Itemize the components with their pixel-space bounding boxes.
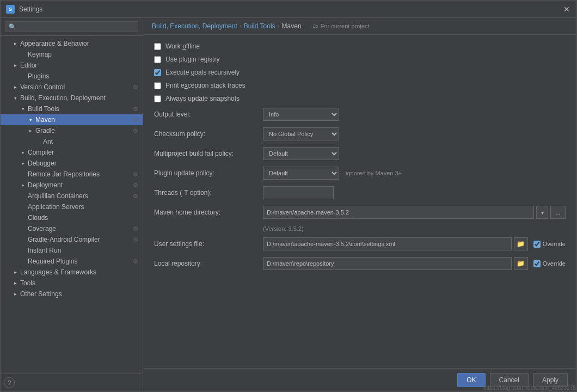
local-repo-input[interactable] <box>263 257 512 270</box>
user-settings-override-label[interactable]: Override <box>543 241 566 247</box>
maven-home-browse[interactable]: ... <box>550 206 566 219</box>
sidebar-item-label: Build, Execution, Deployment <box>20 94 106 102</box>
expand-arrow-remote <box>19 170 27 178</box>
sidebar-item-version-control[interactable]: Version Control ⚙ <box>1 82 143 93</box>
plugin-update-row: Plugin update policy: Default Force Neve… <box>154 167 566 180</box>
breadcrumb-build-tools[interactable]: Build Tools <box>244 22 275 30</box>
print-exception-checkbox[interactable] <box>154 82 161 89</box>
ok-button[interactable]: OK <box>457 373 485 387</box>
sidebar-item-gradle-android[interactable]: Gradle-Android Compiler ⚙ <box>1 234 143 245</box>
sidebar-item-deployment[interactable]: Deployment ⚙ <box>1 180 143 191</box>
sidebar-item-other-settings[interactable]: Other Settings <box>1 289 143 299</box>
sidebar-item-label: Maven <box>35 116 55 124</box>
sidebar-item-app-servers[interactable]: Application Servers <box>1 201 143 212</box>
print-exception-label[interactable]: Print exception stack traces <box>165 82 245 89</box>
sidebar-item-label: Keymap <box>28 51 52 58</box>
sidebar-item-label: Gradle-Android Compiler <box>28 236 100 243</box>
expand-arrow-ant <box>34 138 42 145</box>
sidebar-item-remote-jar[interactable]: Remote Jar Repositories ⚙ <box>1 169 143 180</box>
sidebar-item-label: Required Plugins <box>28 258 77 265</box>
sidebar-item-clouds[interactable]: Clouds <box>1 212 143 223</box>
gear-icon: ⚙ <box>133 193 138 200</box>
local-repo-browse[interactable]: 📁 <box>514 257 528 270</box>
sidebar-item-label: Build Tools <box>28 105 59 113</box>
breadcrumb-build[interactable]: Build, Execution, Deployment <box>152 22 237 30</box>
user-settings-input[interactable] <box>263 237 512 250</box>
user-settings-override-checkbox[interactable] <box>533 241 541 248</box>
expand-arrow-appearance <box>11 40 19 47</box>
threads-input[interactable] <box>263 186 334 199</box>
sidebar-item-gradle[interactable]: Gradle ⚙ <box>1 125 143 136</box>
sidebar-item-keymap[interactable]: Keymap <box>1 49 143 60</box>
main-content: Appearance & Behavior Keymap Editor Plug… <box>1 18 576 391</box>
local-repo-label: Local repository: <box>154 260 263 267</box>
sidebar-item-plugins[interactable]: Plugins <box>1 71 143 82</box>
user-settings-browse[interactable]: 📁 <box>514 237 528 250</box>
sidebar-item-build-exec[interactable]: Build, Execution, Deployment <box>1 93 143 103</box>
breadcrumb-sep-1: › <box>240 22 242 30</box>
help-button[interactable]: ? <box>4 377 15 388</box>
expand-arrow-build <box>11 94 19 102</box>
maven-home-row: Maven home directory: ▾ ... <box>154 206 566 219</box>
execute-goals-label[interactable]: Execute goals recursively <box>165 69 240 76</box>
maven-home-label: Maven home directory: <box>154 209 263 216</box>
multiproject-label: Multiproject build fail policy: <box>154 150 263 157</box>
breadcrumb-sep-2: › <box>278 22 280 30</box>
use-plugin-registry-label[interactable]: Use plugin registry <box>165 56 219 63</box>
sidebar-item-instant-run[interactable]: Instant Run <box>1 245 143 256</box>
sidebar-item-label: Coverage <box>28 225 56 232</box>
gear-icon: ⚙ <box>133 84 138 91</box>
sidebar-item-build-tools[interactable]: Build Tools ⚙ <box>1 103 143 114</box>
multiproject-control: Default Fail Fast Fail At End Never Fail <box>263 147 566 160</box>
maven-home-dropdown[interactable]: ▾ <box>536 206 548 219</box>
close-button[interactable]: ✕ <box>562 5 571 14</box>
user-settings-override-group: Override <box>533 241 566 248</box>
sidebar-item-tools[interactable]: Tools <box>1 278 143 289</box>
work-offline-label[interactable]: Work offline <box>165 42 200 50</box>
execute-goals-checkbox[interactable] <box>154 69 161 76</box>
threads-row: Threads (-T option): <box>154 186 566 199</box>
maven-home-control: ▾ ... <box>263 206 566 219</box>
sidebar-item-debugger[interactable]: Debugger <box>1 158 143 169</box>
print-exception-row: Print exception stack traces <box>154 82 566 89</box>
always-update-checkbox[interactable] <box>154 95 161 102</box>
search-box[interactable] <box>1 18 143 36</box>
output-level-select[interactable]: Info Debug Quiet <box>263 108 339 121</box>
always-update-row: Always update snapshots <box>154 95 566 102</box>
expand-arrow-tools <box>11 279 19 287</box>
gear-icon: ⚙ <box>133 117 138 124</box>
local-repo-override-checkbox[interactable] <box>533 260 541 267</box>
checksum-policy-row: Checksum policy: No Global Policy Fail W… <box>154 127 566 140</box>
plugin-update-select[interactable]: Default Force Never <box>263 167 339 180</box>
search-input[interactable] <box>5 21 138 32</box>
always-update-label[interactable]: Always update snapshots <box>165 95 240 102</box>
settings-window: S Settings ✕ Appearance & Behavior Keyma… <box>0 0 577 392</box>
for-current-label: 🗂 For current project <box>312 23 370 29</box>
sidebar-item-appearance[interactable]: Appearance & Behavior <box>1 38 143 49</box>
checksum-policy-select[interactable]: No Global Policy Fail Warn Ignore <box>263 127 339 140</box>
use-plugin-registry-row: Use plugin registry <box>154 56 566 63</box>
sidebar-item-editor[interactable]: Editor <box>1 60 143 71</box>
main-panel: Build, Execution, Deployment › Build Too… <box>143 18 576 391</box>
work-offline-checkbox[interactable] <box>154 43 161 50</box>
window-title: Settings <box>19 5 42 13</box>
expand-arrow-plugins <box>19 72 27 80</box>
expand-arrow-coverage <box>19 225 27 232</box>
sidebar-bottom: ? <box>1 373 143 391</box>
maven-version-note: (Version: 3.5.2) <box>263 225 566 232</box>
multiproject-select[interactable]: Default Fail Fast Fail At End Never Fail <box>263 147 339 160</box>
expand-arrow-clouds <box>19 214 27 222</box>
user-settings-label: User settings file: <box>154 240 263 248</box>
sidebar-item-compiler[interactable]: Compiler <box>1 147 143 158</box>
use-plugin-registry-checkbox[interactable] <box>154 56 161 63</box>
sidebar-item-languages[interactable]: Languages & Frameworks <box>1 267 143 278</box>
title-bar-left: S Settings <box>6 5 42 14</box>
sidebar-item-maven[interactable]: Maven ⚙ <box>1 114 143 125</box>
local-repo-override-label[interactable]: Override <box>543 260 566 267</box>
sidebar-item-ant[interactable]: Ant <box>1 136 143 147</box>
sidebar-item-arquillian[interactable]: Arquillian Containers ⚙ <box>1 191 143 201</box>
maven-home-input[interactable] <box>263 206 534 219</box>
checksum-policy-control: No Global Policy Fail Warn Ignore <box>263 127 566 140</box>
sidebar-item-coverage[interactable]: Coverage ⚙ <box>1 223 143 234</box>
sidebar-item-required-plugins[interactable]: Required Plugins ⚙ <box>1 256 143 267</box>
